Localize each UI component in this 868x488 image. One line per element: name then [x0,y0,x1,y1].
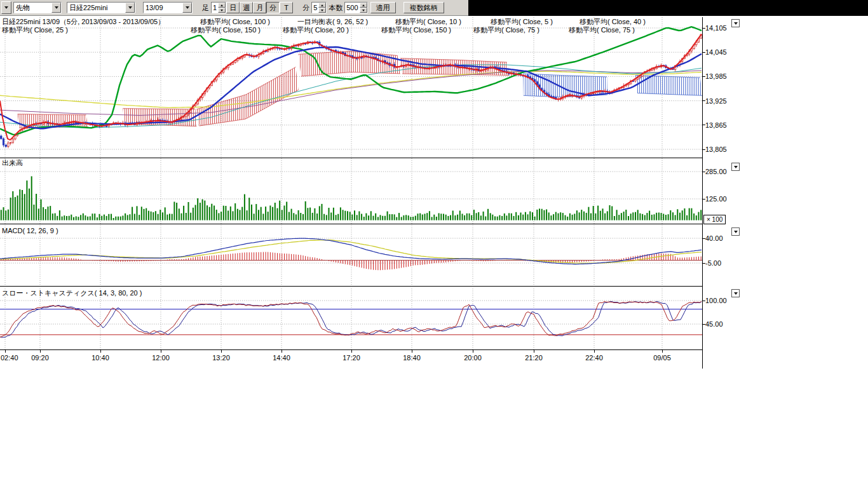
spinner-buttons[interactable] [360,3,367,13]
time-axis-label: 17:20 [341,354,362,362]
spin-up-icon[interactable] [318,3,326,8]
period-minute-button[interactable]: 分 [266,2,280,13]
volume-axis-label: 125.00 [705,195,736,203]
indicator-label: 移動平均( Close, 25 ) [2,26,68,34]
period-week-button[interactable]: 週 [240,2,253,13]
bar-count-spinner[interactable]: 500 [344,2,367,13]
time-axis-label: 14:40 [271,354,292,362]
volume-multiplier-badge: × 100 [703,215,726,224]
bar-count-value: 500 [345,3,359,13]
time-axis-label: 13:20 [210,354,232,362]
indicator-label: 移動平均( Close, 20 ) [283,26,349,34]
chevron-down-icon [51,3,61,13]
apply-button[interactable]: 適用 [370,2,396,13]
interval-spinner[interactable]: 1 [211,2,226,13]
indicator-label: 一目均衡表( 9, 26, 52 ) [297,18,368,25]
indicator-label: 移動平均( Close, 150 ) [381,26,451,34]
chart-canvas[interactable] [0,0,868,488]
minute-value: 5 [312,3,318,13]
indicator-label: 移動平均( Close, 5 ) [491,18,553,25]
chevron-down-icon [182,3,192,13]
chevron-down-icon [734,22,738,25]
chevron-down-icon [734,292,738,295]
time-axis-label: 20:00 [462,354,484,362]
macd-panel-label: MACD( 12, 26, 9 ) [2,227,58,234]
bar-type-label: 足 [202,3,209,13]
spin-down-icon[interactable] [360,8,367,13]
spin-down-icon[interactable] [218,8,226,13]
chevron-down-icon [734,231,738,233]
period-day-button[interactable]: 日 [226,2,240,13]
spin-down-icon[interactable] [318,8,326,13]
instrument-type-select[interactable]: 先物 [13,2,62,13]
indicator-label: 移動平均( Close, 10 ) [395,18,461,25]
contract-month-select[interactable]: 13/09 [143,2,193,13]
price-axis-label: 13,985 [705,72,736,80]
toolbar-dropdown-button[interactable] [1,1,11,14]
indicator-label: 移動平均( Close, 75 ) [473,26,539,34]
indicator-label: 移動平均( Close, 40 ) [580,18,646,25]
interval-value: 1 [212,3,218,13]
time-axis-label: 18:40 [401,354,423,362]
trading-app-window: 先物 日経225mini 13/09 足 1 日 週 月 分 T 分 [0,0,868,488]
spin-up-icon[interactable] [218,3,226,8]
indicator-label: 移動平均( Close, 75 ) [569,26,635,34]
period-month-button[interactable]: 月 [253,2,266,13]
time-axis-label: 22:40 [583,354,605,362]
time-axis-label: 09:20 [29,354,51,362]
chevron-down-icon [734,166,738,168]
indicator-label: 移動平均( Close, 100 ) [200,18,270,25]
symbol-value: 日経225mini [67,3,125,13]
stoch-axis-label: 100.00 [705,297,736,304]
price-axis-label: 14,045 [705,48,736,56]
time-axis-label: 21:20 [523,354,545,362]
toolbar: 先物 日経225mini 13/09 足 1 日 週 月 分 T 分 [0,0,468,16]
spinner-buttons[interactable] [218,3,226,13]
spinner-buttons[interactable] [318,3,326,13]
spin-up-icon[interactable] [360,3,367,8]
volume-panel-label: 出来高 [2,159,23,166]
price-axis-label: 13,805 [705,146,736,153]
chart-title: 日経225mini 13/09（5分, 2013/09/03 - 2013/09… [2,18,165,25]
time-axis-label: 09/05 [651,354,673,362]
instrument-type-value: 先物 [14,3,51,13]
multi-symbol-button[interactable]: 複数銘柄 [403,2,444,13]
stoch-panel-dropdown-button[interactable] [731,289,740,297]
stoch-panel-label: スロー・ストキャスティクス( 14, 3, 80, 20 ) [2,289,142,297]
toolbar-filler [468,0,868,16]
volume-panel-dropdown-button[interactable] [731,163,740,171]
indicator-label: 移動平均( Close, 150 ) [191,26,261,34]
macd-panel-dropdown-button[interactable] [731,227,740,236]
chevron-down-icon [4,6,8,9]
chevron-down-icon [125,3,135,13]
macd-axis-label: -5.00 [705,259,736,267]
symbol-select[interactable]: 日経225mini [67,2,135,13]
period-tick-button[interactable]: T [280,2,293,13]
stoch-axis-label: 45.00 [705,320,736,328]
minute-spinner[interactable]: 5 [311,2,327,13]
price-panel-dropdown-button[interactable] [731,19,740,27]
time-axis-label: 12:00 [150,354,172,362]
time-axis-label: 10:40 [90,354,111,362]
price-axis-label: 13,925 [705,97,736,105]
contract-month-value: 13/09 [144,4,182,11]
minute-label: 分 [302,3,309,13]
bar-count-label: 本数 [329,3,342,13]
time-axis-label: 02:40 [1,354,22,362]
price-axis-label: 13,865 [705,121,736,129]
